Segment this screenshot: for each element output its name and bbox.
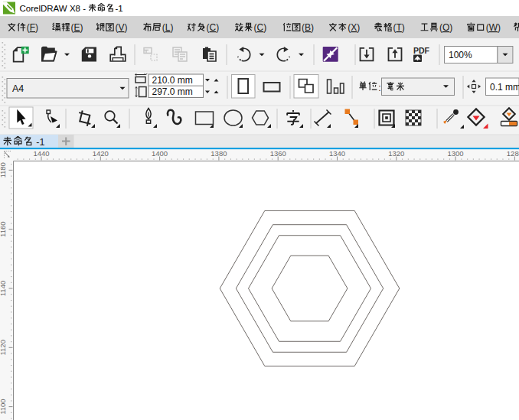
svg-text:1320: 1320 xyxy=(388,149,404,158)
svg-text:(E): (E) xyxy=(71,22,83,33)
svg-text:(X): (X) xyxy=(348,22,360,33)
svg-text:1400: 1400 xyxy=(152,149,168,158)
svg-text:1380: 1380 xyxy=(211,149,227,158)
svg-text:1300: 1300 xyxy=(448,149,464,158)
svg-text:PDF: PDF xyxy=(413,46,430,55)
svg-text:1420: 1420 xyxy=(93,149,109,158)
svg-text:(V): (V) xyxy=(115,22,127,33)
svg-text:1100: 1100 xyxy=(0,399,7,414)
svg-text:1180: 1180 xyxy=(0,162,7,177)
svg-text:(L): (L) xyxy=(162,22,174,33)
svg-text:(F): (F) xyxy=(27,22,38,33)
svg-text:100%: 100% xyxy=(449,50,472,60)
svg-text:1160: 1160 xyxy=(0,221,7,236)
svg-text:A4: A4 xyxy=(12,83,24,94)
svg-text:297.0 mm: 297.0 mm xyxy=(152,86,193,97)
svg-text:210.0 mm: 210.0 mm xyxy=(152,75,193,86)
svg-text:(T): (T) xyxy=(393,22,405,33)
svg-text:(C): (C) xyxy=(207,22,220,33)
svg-text::: : xyxy=(378,83,380,93)
svg-text:(O): (O) xyxy=(439,22,452,33)
svg-text:-1: -1 xyxy=(116,4,123,13)
svg-text:1360: 1360 xyxy=(270,149,286,158)
svg-text:-1: -1 xyxy=(36,137,44,148)
svg-text:1440: 1440 xyxy=(33,149,49,158)
svg-text:CorelDRAW X8 -: CorelDRAW X8 - xyxy=(20,4,86,13)
svg-text:(C): (C) xyxy=(254,22,267,33)
svg-text:1280: 1280 xyxy=(507,149,519,158)
svg-text:1140: 1140 xyxy=(0,281,7,296)
svg-text:(B): (B) xyxy=(302,22,314,33)
svg-text:1120: 1120 xyxy=(0,340,7,355)
svg-text:0.1 mm: 0.1 mm xyxy=(490,82,519,93)
svg-text:(W): (W) xyxy=(486,22,501,33)
svg-text:1340: 1340 xyxy=(329,149,345,158)
